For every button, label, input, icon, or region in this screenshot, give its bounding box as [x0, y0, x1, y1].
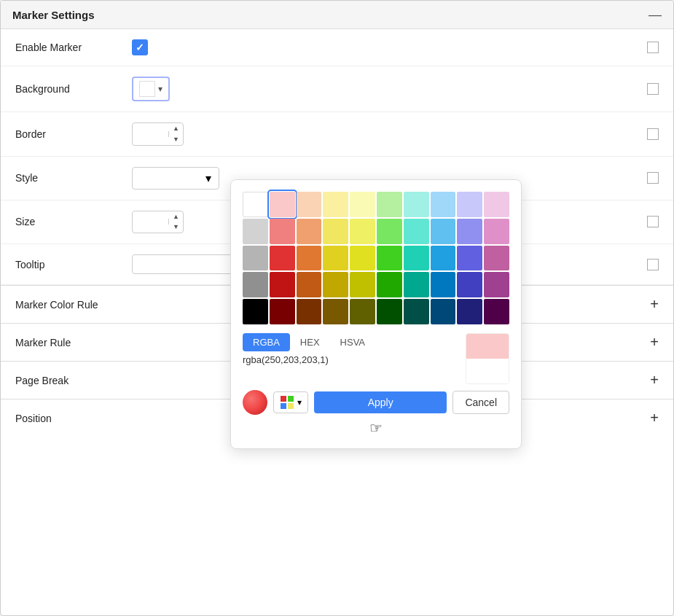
color-cell[interactable]: [457, 246, 482, 271]
color-cell[interactable]: [457, 192, 482, 217]
marker-rule-label: Marker Rule: [15, 337, 71, 348]
style-label: Style: [15, 172, 132, 184]
color-cell[interactable]: [484, 299, 509, 324]
position-plus-icon[interactable]: +: [650, 410, 659, 426]
color-cell[interactable]: [431, 219, 456, 244]
color-picker-popup: RGBA HEX HSVA rgba(250,203,203,1): [230, 179, 522, 449]
enable-marker-checkbox[interactable]: [132, 39, 148, 55]
color-cell[interactable]: [350, 192, 375, 217]
color-cell[interactable]: [270, 246, 295, 271]
hex-tab[interactable]: HEX: [290, 333, 330, 351]
color-cell[interactable]: [484, 246, 509, 271]
color-cell[interactable]: [243, 299, 268, 324]
size-up-arrow[interactable]: ▲: [169, 211, 183, 222]
color-cell[interactable]: [297, 219, 322, 244]
color-cell[interactable]: [297, 299, 322, 324]
color-cell[interactable]: [431, 299, 456, 324]
color-cell[interactable]: [484, 272, 509, 297]
color-cell[interactable]: [323, 246, 348, 271]
color-cell[interactable]: [350, 246, 375, 271]
border-row-checkbox[interactable]: [647, 128, 659, 140]
color-cell[interactable]: [404, 272, 429, 297]
color-round-swatch[interactable]: [243, 390, 267, 415]
color-cell[interactable]: [431, 246, 456, 271]
color-cell[interactable]: [457, 272, 482, 297]
border-value: [133, 131, 169, 137]
page-break-label: Page Break: [15, 375, 68, 386]
color-actions: ▾ Apply Cancel: [243, 390, 509, 415]
color-cell[interactable]: [297, 272, 322, 297]
color-cell[interactable]: [457, 219, 482, 244]
page-break-plus-icon[interactable]: +: [650, 372, 659, 389]
background-control: ▾: [132, 77, 659, 101]
size-value: [133, 219, 169, 225]
color-cell[interactable]: [270, 192, 295, 217]
color-preview-box: [466, 333, 509, 384]
marker-color-rule-label: Marker Color Rule: [15, 299, 98, 311]
color-cell[interactable]: [297, 246, 322, 271]
color-cell[interactable]: [243, 272, 268, 297]
border-down-arrow[interactable]: ▼: [169, 134, 183, 145]
color-cell[interactable]: [323, 219, 348, 244]
rgba-tab[interactable]: RGBA: [243, 333, 290, 351]
apply-button[interactable]: Apply: [314, 391, 447, 413]
style-dropdown[interactable]: ▾: [132, 167, 219, 190]
color-multi-chevron-icon: ▾: [297, 397, 302, 408]
color-cell[interactable]: [377, 272, 402, 297]
color-multi-icon: [280, 395, 294, 410]
svg-rect-1: [288, 396, 294, 402]
color-cell[interactable]: [431, 272, 456, 297]
color-cell[interactable]: [243, 219, 268, 244]
color-cell[interactable]: [457, 299, 482, 324]
background-color-btn[interactable]: ▾: [132, 77, 170, 101]
enable-marker-row-checkbox[interactable]: [647, 42, 659, 53]
color-cell[interactable]: [377, 299, 402, 324]
marker-rule-plus-icon[interactable]: +: [650, 334, 659, 351]
size-label: Size: [15, 216, 132, 227]
color-cell[interactable]: [431, 192, 456, 217]
color-preview-bottom: [466, 359, 509, 383]
svg-rect-2: [281, 403, 286, 409]
border-up-arrow[interactable]: ▲: [169, 123, 183, 134]
border-arrows: ▲ ▼: [169, 123, 183, 145]
color-tabs: RGBA HEX HSVA: [243, 333, 460, 351]
color-cell[interactable]: [404, 246, 429, 271]
svg-rect-0: [281, 396, 286, 402]
enable-marker-control: [132, 39, 659, 55]
color-cell[interactable]: [404, 219, 429, 244]
border-spinner: ▲ ▼: [132, 122, 184, 146]
marker-color-rule-plus-icon[interactable]: +: [650, 296, 659, 313]
color-cell[interactable]: [404, 192, 429, 217]
color-cell[interactable]: [484, 219, 509, 244]
size-arrows: ▲ ▼: [169, 211, 183, 233]
size-row-checkbox[interactable]: [647, 216, 659, 227]
color-cell[interactable]: [350, 219, 375, 244]
color-cell[interactable]: [484, 192, 509, 217]
color-cell[interactable]: [377, 192, 402, 217]
style-row-checkbox[interactable]: [647, 172, 659, 184]
minimize-button[interactable]: —: [648, 8, 662, 21]
border-control: ▲ ▼: [132, 122, 659, 146]
color-cell[interactable]: [377, 219, 402, 244]
background-row-checkbox[interactable]: [647, 83, 659, 95]
color-cell[interactable]: [323, 299, 348, 324]
color-cell[interactable]: [377, 246, 402, 271]
position-label: Position: [15, 413, 52, 424]
main-window: Marker Settings — Enable Marker Backgrou…: [0, 0, 674, 616]
color-cell[interactable]: [270, 272, 295, 297]
color-cell[interactable]: [404, 299, 429, 324]
hsva-tab[interactable]: HSVA: [330, 333, 375, 351]
cancel-button[interactable]: Cancel: [452, 391, 509, 414]
color-cell[interactable]: [243, 246, 268, 271]
color-cell[interactable]: [323, 192, 348, 217]
tooltip-row-checkbox[interactable]: [647, 259, 659, 270]
color-cell[interactable]: [243, 192, 268, 217]
color-cell[interactable]: [350, 299, 375, 324]
color-cell[interactable]: [270, 299, 295, 324]
color-cell[interactable]: [270, 219, 295, 244]
color-multi-btn[interactable]: ▾: [273, 391, 308, 413]
color-cell[interactable]: [323, 272, 348, 297]
size-down-arrow[interactable]: ▼: [169, 222, 183, 233]
color-cell[interactable]: [297, 192, 322, 217]
color-cell[interactable]: [350, 272, 375, 297]
